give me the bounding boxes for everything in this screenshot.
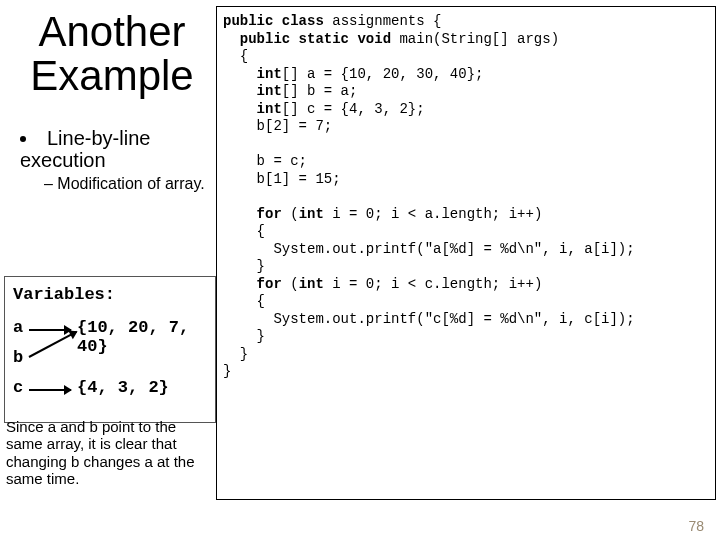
code-line: b = c;: [223, 153, 307, 169]
slide-note: Since a and b point to the same array, i…: [6, 418, 206, 487]
code-line: for (int i = 0; i < a.length; i++): [223, 206, 542, 222]
code-line: {: [223, 293, 265, 309]
code-line: }: [223, 328, 265, 344]
var-value-c: {4, 3, 2}: [77, 378, 169, 397]
code-line: public static void main(String[] args): [223, 31, 559, 47]
variables-box: Variables: a {10, 20, 7, 40} b c {4, 3, …: [4, 276, 216, 423]
var-row-c: c {4, 3, 2}: [13, 378, 207, 402]
code-line: public class assignments {: [223, 13, 441, 29]
bullet-main-text: Line-by-line execution: [20, 127, 150, 171]
code-line: int[] b = a;: [223, 83, 357, 99]
var-row-a: a {10, 20, 7, 40}: [13, 318, 207, 342]
var-name-b: b: [13, 348, 23, 367]
code-line: {: [223, 48, 248, 64]
subbullet-text: Modification of array.: [44, 175, 210, 193]
bullet-main: Line-by-line execution Modification of a…: [20, 128, 210, 193]
arrow-icon: [29, 329, 71, 331]
code-line: b[1] = 15;: [223, 171, 341, 187]
var-name-c: c: [13, 378, 23, 397]
var-name-a: a: [13, 318, 23, 337]
subbullet-list: Modification of array.: [44, 175, 210, 193]
code-line: {: [223, 223, 265, 239]
arrow-icon: [29, 389, 71, 391]
bullet-list: Line-by-line execution Modification of a…: [20, 128, 210, 199]
code-line: System.out.printf("a[%d] = %d\n", i, a[i…: [223, 241, 635, 257]
code-box: public class assignments { public static…: [216, 6, 716, 500]
code-line: System.out.printf("c[%d] = %d\n", i, c[i…: [223, 311, 635, 327]
code-line: b[2] = 7;: [223, 118, 332, 134]
code-line: }: [223, 258, 265, 274]
code-line: int[] a = {10, 20, 30, 40};: [223, 66, 483, 82]
code-line: int[] c = {4, 3, 2};: [223, 101, 425, 117]
page-number: 78: [688, 518, 704, 534]
code-line: for (int i = 0; i < c.length; i++): [223, 276, 542, 292]
var-row-b: b: [13, 348, 207, 372]
slide: Another Example Line-by-line execution M…: [0, 0, 720, 540]
code-line: }: [223, 363, 231, 379]
slide-title: Another Example: [14, 10, 210, 98]
code-line: }: [223, 346, 248, 362]
variables-heading: Variables:: [13, 285, 207, 304]
